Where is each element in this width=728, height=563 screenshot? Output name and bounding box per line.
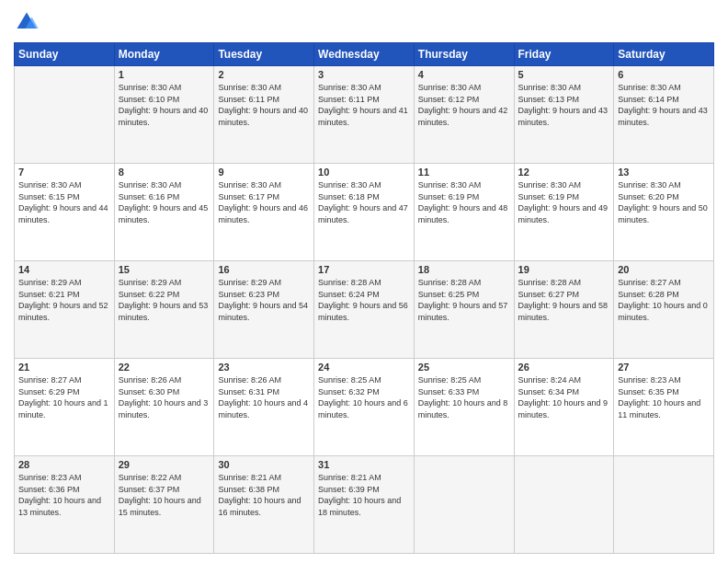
calendar-table: SundayMondayTuesdayWednesdayThursdayFrid… (14, 42, 714, 554)
day-number: 13 (618, 167, 710, 178)
day-info: Sunrise: 8:25 AMSunset: 6:33 PMDaylight:… (418, 374, 510, 420)
day-info: Sunrise: 8:24 AMSunset: 6:34 PMDaylight:… (518, 374, 610, 420)
day-number: 4 (418, 69, 510, 80)
calendar-cell: 10Sunrise: 8:30 AMSunset: 6:18 PMDayligh… (314, 164, 415, 261)
day-info: Sunrise: 8:30 AMSunset: 6:16 PMDaylight:… (119, 179, 210, 225)
calendar-cell: 17Sunrise: 8:28 AMSunset: 6:24 PMDayligh… (314, 261, 415, 359)
day-number: 18 (418, 264, 510, 275)
calendar-week-1: 1Sunrise: 8:30 AMSunset: 6:10 PMDaylight… (15, 66, 714, 164)
calendar-cell: 30Sunrise: 8:21 AMSunset: 6:38 PMDayligh… (214, 456, 314, 554)
day-info: Sunrise: 8:28 AMSunset: 6:27 PMDaylight:… (518, 277, 610, 323)
day-info: Sunrise: 8:21 AMSunset: 6:39 PMDaylight:… (318, 472, 410, 518)
calendar-cell: 28Sunrise: 8:23 AMSunset: 6:36 PMDayligh… (15, 456, 115, 554)
calendar-week-3: 14Sunrise: 8:29 AMSunset: 6:21 PMDayligh… (15, 261, 714, 359)
day-number: 20 (618, 264, 710, 275)
day-info: Sunrise: 8:30 AMSunset: 6:15 PMDaylight:… (18, 179, 110, 225)
day-number: 22 (119, 362, 210, 373)
day-info: Sunrise: 8:30 AMSunset: 6:20 PMDaylight:… (618, 179, 710, 225)
day-number: 29 (119, 459, 210, 470)
calendar-cell: 27Sunrise: 8:23 AMSunset: 6:35 PMDayligh… (614, 359, 714, 456)
day-info: Sunrise: 8:30 AMSunset: 6:14 PMDaylight:… (618, 82, 710, 128)
day-info: Sunrise: 8:30 AMSunset: 6:10 PMDaylight:… (119, 82, 210, 128)
calendar-cell: 18Sunrise: 8:28 AMSunset: 6:25 PMDayligh… (414, 261, 514, 359)
day-info: Sunrise: 8:23 AMSunset: 6:36 PMDaylight:… (18, 472, 110, 518)
calendar-cell (15, 66, 115, 164)
weekday-header-saturday: Saturday (614, 43, 714, 66)
day-info: Sunrise: 8:30 AMSunset: 6:11 PMDaylight:… (318, 82, 410, 128)
day-number: 28 (18, 459, 110, 470)
calendar-cell: 15Sunrise: 8:29 AMSunset: 6:22 PMDayligh… (114, 261, 214, 359)
day-info: Sunrise: 8:21 AMSunset: 6:38 PMDaylight:… (218, 472, 310, 518)
calendar-cell: 22Sunrise: 8:26 AMSunset: 6:30 PMDayligh… (114, 359, 214, 456)
calendar-cell: 5Sunrise: 8:30 AMSunset: 6:13 PMDaylight… (514, 66, 614, 164)
day-number: 25 (418, 362, 510, 373)
calendar-cell: 11Sunrise: 8:30 AMSunset: 6:19 PMDayligh… (414, 164, 514, 261)
day-number: 7 (18, 167, 110, 178)
page: SundayMondayTuesdayWednesdayThursdayFrid… (0, 0, 728, 563)
weekday-header-tuesday: Tuesday (214, 43, 314, 66)
calendar-header: SundayMondayTuesdayWednesdayThursdayFrid… (15, 43, 714, 66)
calendar-cell: 7Sunrise: 8:30 AMSunset: 6:15 PMDaylight… (15, 164, 115, 261)
calendar-cell: 12Sunrise: 8:30 AMSunset: 6:19 PMDayligh… (514, 164, 614, 261)
day-number: 3 (318, 69, 410, 80)
calendar-cell: 2Sunrise: 8:30 AMSunset: 6:11 PMDaylight… (214, 66, 314, 164)
weekday-row: SundayMondayTuesdayWednesdayThursdayFrid… (15, 43, 714, 66)
day-number: 27 (618, 362, 710, 373)
calendar-cell: 4Sunrise: 8:30 AMSunset: 6:12 PMDaylight… (414, 66, 514, 164)
day-number: 16 (218, 264, 310, 275)
calendar-cell: 21Sunrise: 8:27 AMSunset: 6:29 PMDayligh… (15, 359, 115, 456)
calendar-cell: 24Sunrise: 8:25 AMSunset: 6:32 PMDayligh… (314, 359, 415, 456)
day-number: 24 (318, 362, 410, 373)
day-info: Sunrise: 8:23 AMSunset: 6:35 PMDaylight:… (618, 374, 710, 420)
calendar-cell: 20Sunrise: 8:27 AMSunset: 6:28 PMDayligh… (614, 261, 714, 359)
weekday-header-wednesday: Wednesday (314, 43, 415, 66)
day-info: Sunrise: 8:25 AMSunset: 6:32 PMDaylight:… (318, 374, 410, 420)
weekday-header-friday: Friday (514, 43, 614, 66)
calendar-cell: 1Sunrise: 8:30 AMSunset: 6:10 PMDaylight… (114, 66, 214, 164)
day-number: 31 (318, 459, 410, 470)
calendar-cell: 8Sunrise: 8:30 AMSunset: 6:16 PMDaylight… (114, 164, 214, 261)
weekday-header-sunday: Sunday (15, 43, 115, 66)
day-number: 6 (618, 69, 710, 80)
day-number: 2 (218, 69, 310, 80)
day-number: 10 (318, 167, 410, 178)
calendar-week-2: 7Sunrise: 8:30 AMSunset: 6:15 PMDaylight… (15, 164, 714, 261)
day-number: 15 (119, 264, 210, 275)
day-number: 17 (318, 264, 410, 275)
calendar-cell: 26Sunrise: 8:24 AMSunset: 6:34 PMDayligh… (514, 359, 614, 456)
day-info: Sunrise: 8:30 AMSunset: 6:11 PMDaylight:… (218, 82, 310, 128)
day-info: Sunrise: 8:27 AMSunset: 6:28 PMDaylight:… (618, 277, 710, 323)
day-number: 11 (418, 167, 510, 178)
day-info: Sunrise: 8:26 AMSunset: 6:30 PMDaylight:… (119, 374, 210, 420)
day-info: Sunrise: 8:29 AMSunset: 6:21 PMDaylight:… (18, 277, 110, 323)
calendar-cell: 23Sunrise: 8:26 AMSunset: 6:31 PMDayligh… (214, 359, 314, 456)
day-info: Sunrise: 8:29 AMSunset: 6:22 PMDaylight:… (119, 277, 210, 323)
calendar-cell (514, 456, 614, 554)
calendar-week-4: 21Sunrise: 8:27 AMSunset: 6:29 PMDayligh… (15, 359, 714, 456)
day-number: 12 (518, 167, 610, 178)
calendar-cell: 14Sunrise: 8:29 AMSunset: 6:21 PMDayligh… (15, 261, 115, 359)
calendar-cell: 31Sunrise: 8:21 AMSunset: 6:39 PMDayligh… (314, 456, 415, 554)
calendar-cell: 29Sunrise: 8:22 AMSunset: 6:37 PMDayligh… (114, 456, 214, 554)
calendar-cell: 16Sunrise: 8:29 AMSunset: 6:23 PMDayligh… (214, 261, 314, 359)
logo-icon (14, 9, 40, 35)
calendar-cell (614, 456, 714, 554)
calendar-week-5: 28Sunrise: 8:23 AMSunset: 6:36 PMDayligh… (15, 456, 714, 554)
day-info: Sunrise: 8:30 AMSunset: 6:19 PMDaylight:… (418, 179, 510, 225)
day-info: Sunrise: 8:30 AMSunset: 6:17 PMDaylight:… (218, 179, 310, 225)
day-number: 19 (518, 264, 610, 275)
weekday-header-monday: Monday (114, 43, 214, 66)
header (14, 9, 714, 35)
weekday-header-thursday: Thursday (414, 43, 514, 66)
calendar-cell: 9Sunrise: 8:30 AMSunset: 6:17 PMDaylight… (214, 164, 314, 261)
calendar-body: 1Sunrise: 8:30 AMSunset: 6:10 PMDaylight… (15, 66, 714, 554)
day-info: Sunrise: 8:29 AMSunset: 6:23 PMDaylight:… (218, 277, 310, 323)
day-number: 8 (119, 167, 210, 178)
day-info: Sunrise: 8:26 AMSunset: 6:31 PMDaylight:… (218, 374, 310, 420)
day-info: Sunrise: 8:28 AMSunset: 6:25 PMDaylight:… (418, 277, 510, 323)
day-number: 26 (518, 362, 610, 373)
day-number: 14 (18, 264, 110, 275)
calendar-cell: 3Sunrise: 8:30 AMSunset: 6:11 PMDaylight… (314, 66, 415, 164)
calendar-cell: 19Sunrise: 8:28 AMSunset: 6:27 PMDayligh… (514, 261, 614, 359)
day-info: Sunrise: 8:30 AMSunset: 6:18 PMDaylight:… (318, 179, 410, 225)
